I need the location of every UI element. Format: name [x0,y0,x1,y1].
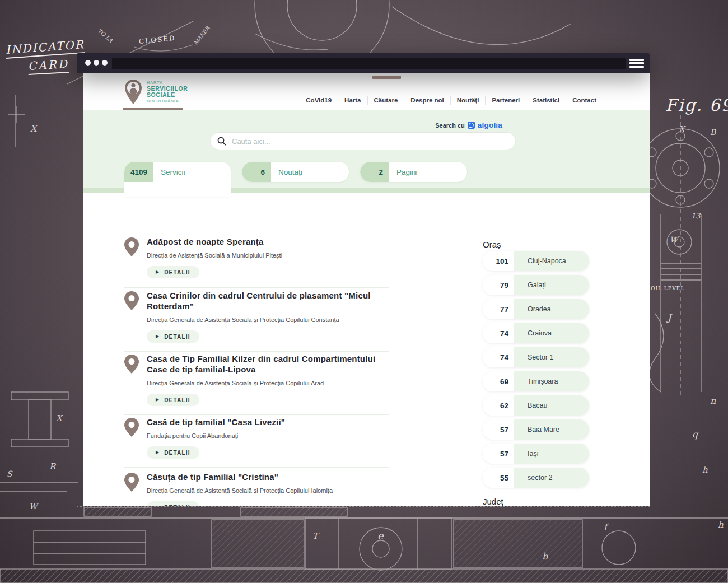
facet-count: 77 [483,299,514,319]
algolia-logo-icon [468,122,475,129]
facet-count: 74 [483,347,514,367]
tab-label: Noutăți [271,168,302,176]
logo-line3: SOCIALE [147,92,188,98]
bg-text-oil-level: OIL.LEVEL [651,286,684,291]
tab-count-badge: 4109 [124,162,153,182]
details-button-label: DETALII [164,269,190,276]
bg-letter: W [29,502,37,511]
details-button-label: DETALII [164,397,190,403]
play-icon: ▶ [156,398,159,402]
tab-count-badge: 2 [360,162,389,182]
details-button[interactable]: ▶ DETALII [147,394,199,406]
details-button-label: DETALII [164,505,190,506]
play-icon: ▶ [156,334,159,339]
result-item: Adăpost de noapte Speranța Direcția de A… [124,236,389,278]
details-button-label: DETALII [164,450,190,456]
nav-item-0[interactable]: CoVid19 [300,96,338,105]
bg-letter: n [710,395,716,406]
facet-city-row[interactable]: 74 Sector 1 [483,347,589,367]
search-input[interactable] [231,137,508,146]
bg-letter: T [312,531,318,541]
logo-line4: DIN ROMÂNIA [147,98,188,104]
bg-text-fig69: Fig. 69. [665,95,728,115]
facet-city-row[interactable]: 79 Galați [483,275,589,295]
bg-letter: R [49,461,55,472]
nav-item-6[interactable]: Statistici [526,96,566,105]
facet-city-row[interactable]: 55 sector 2 [483,468,589,488]
window-controls[interactable] [85,60,108,66]
details-button[interactable]: ▶ DETALII [147,501,199,506]
bg-text-card: CARD [27,57,69,75]
nav-item-7[interactable]: Contact [566,96,603,105]
facet-city-row[interactable]: 74 Craiova [483,323,589,343]
facet-header-city: Oraș [483,240,501,249]
tab-pagini[interactable]: 2 Pagini [360,162,467,182]
location-pin-icon [124,355,139,374]
facet-city-row[interactable]: 101 Cluj-Napoca [483,251,589,271]
bg-letter: J [668,313,671,323]
facet-city-row[interactable]: 69 Timișoara [483,371,589,391]
bg-letter: e [377,530,384,542]
tab-count-badge: 6 [242,162,271,182]
bg-letter: B [710,128,716,137]
facet-city-row[interactable]: 57 Baia Mare [483,419,589,440]
facet-city-row[interactable]: 57 Iași [483,444,589,464]
bg-letter: h [702,465,708,475]
algolia-wordmark[interactable]: algolia [478,121,502,129]
address-bar[interactable] [112,58,626,69]
result-divider [124,351,389,352]
site-logo[interactable]: HARTA SERVICIILOR SOCIALE DIN ROMÂNIA [124,79,188,105]
details-button-label: DETALII [164,334,190,340]
details-button[interactable]: ▶ DETALII [147,330,199,343]
details-button[interactable]: ▶ DETALII [147,266,199,278]
facet-count: 55 [483,468,514,488]
result-divider [124,287,389,288]
facet-city-list: 101 Cluj-Napoca 79 Galați 77 Oradea 74 C… [483,251,589,488]
facet-name: Oradea [514,299,589,319]
location-pin-icon [124,418,139,437]
bg-letter: 13 [691,212,701,220]
play-icon: ▶ [156,270,159,274]
facet-name: Sector 1 [514,347,589,367]
web-page: HARTA SERVICIILOR SOCIALE DIN ROMÂNIA Co… [83,73,650,506]
nav-item-4[interactable]: Noutăți [450,96,486,105]
result-item: Casă de tip familial "Casa Livezii" Fund… [124,417,389,459]
result-item: Casa Crinilor din cadrul Centrului de pl… [124,290,389,343]
details-button[interactable]: ▶ DETALII [147,446,199,459]
result-divider [124,467,389,468]
bg-letter: q [692,429,698,440]
play-icon: ▶ [156,505,159,506]
result-organization: Direcția de Asistență Socială a Municipi… [147,252,389,259]
bg-letter: b [542,551,548,562]
nav-item-2[interactable]: Căutare [367,96,404,105]
bg-letter: X [30,123,36,134]
scroll-indicator [372,76,401,79]
facet-name: Timișoara [514,371,589,391]
facet-city-row[interactable]: 77 Oradea [483,299,589,319]
result-title: Casa Crinilor din cadrul Centrului de pl… [147,290,389,311]
main-nav: CoVid19HartaCăutareDespre noiNoutățiPart… [300,96,603,105]
bg-letter: f [604,522,607,533]
tab-noutăți[interactable]: 6 Noutăți [242,162,349,182]
facet-count: 57 [483,419,514,440]
result-title: Casa de Tip Familial Kilzer din cadrul C… [147,353,389,375]
nav-item-3[interactable]: Despre noi [404,96,450,105]
nav-item-1[interactable]: Harta [338,96,367,105]
result-organization: Direcția Generală de Asistență Socială ș… [147,487,389,495]
result-item: Casa de Tip Familial Kilzer din cadrul C… [124,353,389,406]
screenshot-stage: INDICATOR CARD CLOSED Fig. 69. OIL.LEVEL… [0,0,728,583]
nav-item-5[interactable]: Parteneri [485,96,526,105]
browser-menu-icon[interactable] [629,59,644,68]
result-organization: Direcția Generală de Asistență Socială ș… [147,316,389,324]
bg-letter: X [679,124,685,134]
facet-count: 62 [483,395,514,416]
browser-chrome [77,53,650,73]
bg-letter: W [670,235,678,244]
facet-city-row[interactable]: 62 Bacău [483,395,589,416]
facet-name: Galați [514,275,589,295]
facet-name: Iași [514,444,589,464]
search-icon [217,137,226,146]
facet-count: 69 [483,371,514,391]
location-pin-icon [124,291,139,310]
tab-servicii[interactable]: 4109 Servicii [124,162,231,197]
